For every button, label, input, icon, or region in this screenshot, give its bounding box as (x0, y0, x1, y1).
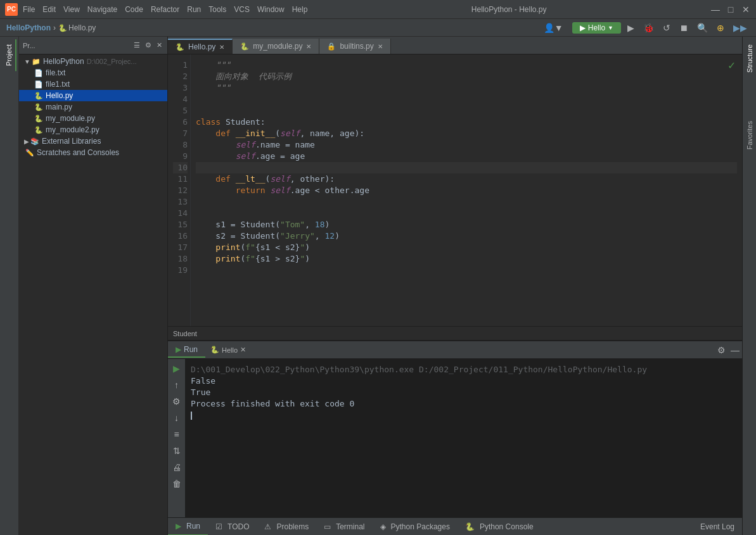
sidebar-tab-project[interactable]: Project (3, 39, 16, 71)
tab-builtins-py[interactable]: 🔒 builtins.py ✕ (319, 39, 390, 54)
run-bottom-tab[interactable]: ▶ Run (168, 518, 208, 536)
terminal-bottom-tab[interactable]: ▭ Terminal (316, 518, 372, 536)
stop-button[interactable]: ⏹ (677, 22, 691, 34)
event-log-tab[interactable]: Event Log (693, 518, 742, 536)
code-line-7: def __init__(self, name, age): (196, 128, 737, 139)
run-tool-down[interactable]: ↓ (170, 411, 184, 425)
code-editor[interactable]: 12345 678910 1112131415 16171819 """ 面向对… (168, 54, 742, 326)
tree-item-file-txt[interactable]: 📄 file.txt (19, 67, 167, 79)
file-breadcrumb[interactable]: 🐍Hello.py (58, 23, 96, 32)
tree-item-external-libs[interactable]: ▶ 📚 External Libraries (19, 135, 167, 147)
tree-item-main-py[interactable]: 🐍 main.py (19, 101, 167, 113)
debug-button[interactable]: 🐞 (641, 22, 657, 34)
txt-file1-icon: 📄 (34, 80, 43, 89)
breadcrumb: HelloPython › 🐍Hello.py (6, 23, 96, 32)
python-console-tab[interactable]: 🐍 Python Console (458, 518, 541, 536)
menu-window[interactable]: Window (257, 5, 285, 14)
project-panel-title: Pr... (23, 42, 132, 49)
menu-edit[interactable]: Edit (42, 5, 56, 14)
menu-file[interactable]: File (23, 5, 35, 14)
run-action-button[interactable]: ▶ (625, 22, 637, 34)
minimize-button[interactable]: — (710, 4, 721, 15)
run-all-button[interactable]: ▶▶ (731, 22, 750, 34)
tab-my-module-py[interactable]: 🐍 my_module.py ✕ (233, 39, 319, 54)
root-folder-name: HelloPython (43, 57, 84, 66)
tab-my-module-close[interactable]: ✕ (306, 43, 311, 50)
tree-item-hello-py[interactable]: 🐍 Hello.py (19, 90, 167, 101)
py-module2-icon: 🐍 (34, 126, 43, 134)
menu-run[interactable]: Run (187, 5, 201, 14)
run-output-true: True (191, 387, 737, 398)
editor-breadcrumb: Student (168, 326, 742, 340)
panel-close-icon[interactable]: ✕ (155, 41, 163, 49)
code-line-6: class Student: (196, 116, 737, 128)
run-settings-button[interactable]: ⚙ (715, 344, 728, 356)
menu-code[interactable]: Code (125, 5, 143, 14)
scratches-label: Scratches and Consoles (37, 148, 119, 157)
favorites-tab[interactable]: Favorites (745, 116, 755, 154)
run-config-close[interactable]: ✕ (240, 346, 246, 354)
menu-bar[interactable]: File Edit View Navigate Code Refactor Ru… (23, 5, 307, 14)
tree-item-my-module-py[interactable]: 🐍 my_module.py (19, 113, 167, 124)
bottom-tools-bar: ▶ Run ☑ TODO ⚠ Problems ▭ Terminal ◈ Pyt… (168, 517, 742, 535)
code-line-19 (196, 265, 737, 276)
structure-strip: Structure Favorites (742, 37, 756, 535)
bottom-tab-run[interactable]: ▶ Run (168, 343, 205, 358)
line-numbers: 12345 678910 1112131415 16171819 (168, 54, 191, 326)
python-packages-tab[interactable]: ◈ Python Packages (373, 518, 458, 536)
run-config-tab[interactable]: 🐍 Hello ✕ (210, 346, 246, 354)
run-tool-up[interactable]: ↑ (170, 378, 184, 392)
run-config-icon: 🐍 (210, 346, 219, 354)
menu-view[interactable]: View (63, 5, 80, 14)
run-tab-icon: ▶ (176, 345, 181, 354)
run-tool-play[interactable]: ▶ (170, 362, 184, 375)
tab-builtins-close[interactable]: ✕ (378, 43, 383, 50)
tab-hello-py[interactable]: 🐍 Hello.py ✕ (168, 39, 233, 54)
run-button[interactable]: ▶ Hello ▼ (572, 22, 621, 34)
reload-button[interactable]: ↺ (660, 22, 673, 34)
code-content[interactable]: """ 面向对象 代码示例 """ class Student: def __i… (191, 54, 742, 326)
run-tool-sort[interactable]: ⇅ (170, 444, 184, 458)
run-tool-clear[interactable]: 🗑 (170, 477, 184, 491)
root-folder-path: D:\002_Projec... (87, 58, 137, 65)
menu-vcs[interactable]: VCS (234, 5, 250, 14)
bookmark-button[interactable]: ⊕ (714, 22, 727, 34)
menu-refactor[interactable]: Refactor (151, 5, 179, 14)
tab-builtins-label: builtins.py (340, 42, 373, 51)
menu-navigate[interactable]: Navigate (87, 5, 117, 14)
tab-hello-py-close[interactable]: ✕ (219, 44, 224, 51)
checkmark-icon: ✓ (727, 60, 736, 72)
run-tool-print[interactable]: 🖨 (170, 460, 184, 474)
bottom-tab-bar: ▶ Run 🐍 Hello ✕ ⚙ — (168, 341, 742, 359)
window-controls[interactable]: — □ ✕ (710, 4, 751, 15)
code-line-15: s1 = Student("Tom", 18) (196, 219, 737, 230)
ext-lib-arrow: ▶ (24, 138, 29, 145)
maximize-button[interactable]: □ (726, 4, 736, 15)
close-button[interactable]: ✕ (741, 4, 751, 15)
menu-tools[interactable]: Tools (208, 5, 226, 14)
tree-item-scratches[interactable]: ✏️ Scratches and Consoles (19, 147, 167, 158)
tree-item-file1-txt[interactable]: 📄 file1.txt (19, 79, 167, 90)
todo-bottom-tab[interactable]: ☑ TODO (208, 518, 257, 536)
run-config-name: Hello (222, 346, 238, 354)
collapse-all-button[interactable]: ☰ (132, 41, 141, 49)
panel-tools: ☰ ⚙ ✕ (132, 41, 163, 49)
run-sidebar: ▶ ↑ ⚙ ↓ ≡ ⇅ 🖨 🗑 (168, 359, 186, 517)
run-minimize-button[interactable]: — (728, 344, 742, 356)
project-breadcrumb[interactable]: HelloPython (6, 23, 51, 32)
run-output-cursor-line (191, 410, 737, 421)
search-button[interactable]: 🔍 (695, 22, 710, 34)
tree-root-folder[interactable]: ▼ 📁 HelloPython D:\002_Projec... (19, 56, 167, 67)
run-tool-filter[interactable]: ≡ (170, 427, 184, 441)
problems-bottom-tab[interactable]: ⚠ Problems (257, 518, 316, 536)
python-console-icon: 🐍 (465, 522, 475, 531)
settings-icon[interactable]: ⚙ (144, 41, 153, 49)
run-output-false: False (191, 375, 737, 387)
python-console-label: Python Console (480, 522, 534, 531)
code-line-17: print(f"{s1 < s2}") (196, 242, 737, 253)
menu-help[interactable]: Help (292, 5, 308, 14)
tree-item-my-module2-py[interactable]: 🐍 my_module2.py (19, 124, 167, 135)
structure-tab[interactable]: Structure (745, 39, 755, 78)
run-tool-settings[interactable]: ⚙ (170, 394, 184, 408)
run-bottom-label: Run (186, 522, 200, 531)
